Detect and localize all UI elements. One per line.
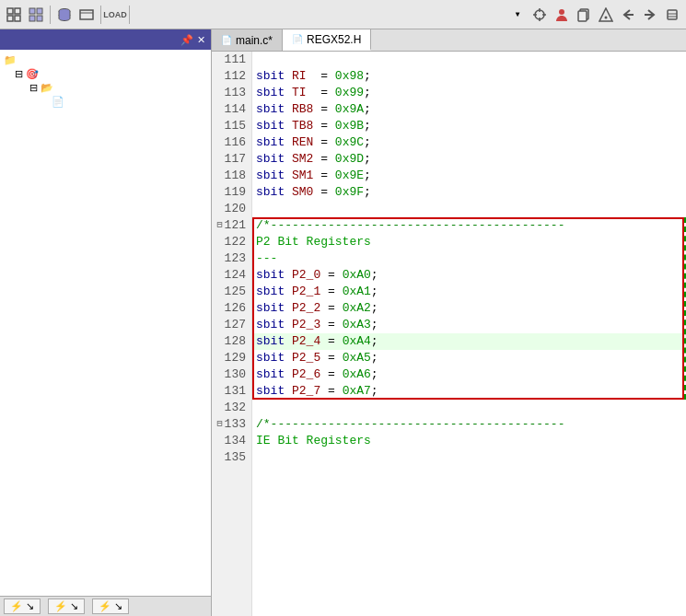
sidebar-header: 📌 ✕ xyxy=(0,29,211,50)
toolbar-right-icons: ▾ xyxy=(507,5,682,25)
code-content[interactable]: sbit RI = 0x98; sbit TI = 0x99; sbit RB8… xyxy=(252,52,686,466)
sidebar-tab-1-label: ⚡ xyxy=(10,600,23,612)
code-line-124: sbit P2_0 = 0xA0; xyxy=(252,267,686,284)
svg-point-20 xyxy=(605,16,608,18)
ln-114: 114 xyxy=(212,101,251,118)
svg-rect-0 xyxy=(7,8,13,14)
code-line-129: sbit P2_5 = 0xA5; xyxy=(252,350,686,366)
val-118: 0x9E xyxy=(335,168,364,184)
toolbar-icon-dropdown[interactable]: ▾ xyxy=(507,5,528,25)
code-editor[interactable]: 111 112 113 114 115 116 117 118 119 120 … xyxy=(212,52,686,616)
tree-target[interactable]: ⊟ 🎯 xyxy=(0,67,211,81)
kw-124: sbit xyxy=(256,267,292,284)
reg-112: RI xyxy=(292,68,313,85)
toolbar-icon-group: LOAD xyxy=(4,5,132,25)
svg-rect-23 xyxy=(668,10,677,19)
tab-main-c-label: main.c* xyxy=(236,34,273,47)
ln-121: ⊟121 xyxy=(212,217,251,234)
code-line-120 xyxy=(252,201,686,217)
svg-rect-9 xyxy=(80,10,93,19)
kw-116: sbit xyxy=(256,134,292,151)
target-collapse-icon: ⊟ xyxy=(15,68,23,80)
reg-113: TI xyxy=(292,85,313,101)
file-icon: 📄 xyxy=(52,96,64,108)
source-group-collapse-icon: ⊟ xyxy=(29,82,38,94)
ln-135: 135 xyxy=(212,449,251,466)
toolbar-icon-load[interactable]: LOAD xyxy=(105,5,125,25)
val-113: 0x99 xyxy=(335,85,364,101)
toolbar-icon-target[interactable] xyxy=(596,5,616,25)
svg-rect-4 xyxy=(29,8,35,14)
kw-128: sbit xyxy=(256,333,292,350)
kw-130: sbit xyxy=(256,366,292,383)
reg-128: P2_4 xyxy=(292,333,320,350)
svg-rect-2 xyxy=(7,16,13,21)
reg-118: SM1 xyxy=(292,168,313,184)
reg-131: P2_7 xyxy=(292,383,320,400)
sidebar-header-icons: 📌 ✕ xyxy=(180,34,205,46)
reg-116: REN xyxy=(292,134,313,151)
toolbar-icon-2[interactable] xyxy=(26,5,46,25)
project-icon: 📁 xyxy=(4,54,17,66)
code-line-118: sbit SM1 = 0x9E; xyxy=(252,168,686,184)
kw-117: sbit xyxy=(256,151,292,168)
kw-114: sbit xyxy=(256,101,292,118)
ln-133: ⊟133 xyxy=(212,416,251,433)
sidebar-tree: 📁 ⊟ 🎯 ⊟ 📂 📄 xyxy=(0,50,211,596)
toolbar-sep-1 xyxy=(50,6,51,24)
code-line-114: sbit RB8 = 0x9A; xyxy=(252,101,686,118)
toolbar-icon-3[interactable] xyxy=(76,5,97,25)
ln-130: 130 xyxy=(212,366,251,383)
code-line-117: sbit SM2 = 0x9D; xyxy=(252,151,686,168)
svg-marker-19 xyxy=(599,8,612,21)
ln-124: 124 xyxy=(212,267,251,284)
toolbar-icon-copy[interactable] xyxy=(574,5,594,25)
toolbar-icon-arrow-back[interactable] xyxy=(618,5,638,25)
folder-icon: 📂 xyxy=(41,82,53,94)
reg-129: P2_5 xyxy=(292,350,320,366)
sidebar-tab-1[interactable]: ⚡ ↘ xyxy=(4,599,41,614)
collapse-marker-121[interactable]: ⊟ xyxy=(217,217,223,234)
sidebar-pin-icon[interactable]: 📌 xyxy=(180,34,193,46)
toolbar-icon-1[interactable] xyxy=(4,5,24,25)
toolbar-icon-crosshair[interactable] xyxy=(529,5,550,25)
toolbar-icon-arrow-forward[interactable] xyxy=(640,5,660,25)
toolbar-icon-database[interactable] xyxy=(54,5,75,25)
sidebar-tab-2[interactable]: ⚡ ↘ xyxy=(48,599,85,614)
svg-point-16 xyxy=(559,9,564,15)
tree-source-group[interactable]: ⊟ 📂 xyxy=(0,81,211,95)
ln-113: 113 xyxy=(212,85,251,101)
reg-117: SM2 xyxy=(292,151,313,168)
reg-119: SM0 xyxy=(292,184,313,201)
toolbar-icon-person[interactable] xyxy=(552,5,572,25)
sidebar-tab-2-arrow: ↘ xyxy=(70,600,78,612)
val-128: 0xA4 xyxy=(343,333,371,350)
target-icon: 🎯 xyxy=(26,68,39,80)
ln-112: 112 xyxy=(212,68,251,85)
reg-130: P2_6 xyxy=(292,366,320,383)
sidebar-close-icon[interactable]: ✕ xyxy=(197,34,205,46)
tree-project[interactable]: 📁 xyxy=(0,53,211,67)
ln-119: 119 xyxy=(212,184,251,201)
reg-127: P2_3 xyxy=(292,317,320,333)
reg-124: P2_0 xyxy=(292,267,320,284)
code-line-128: sbit P2_4 = 0xA4; xyxy=(252,333,686,350)
code-line-121: /*--------------------------------------… xyxy=(252,217,686,234)
sidebar-tab-2-label: ⚡ xyxy=(54,600,67,612)
ln-116: 116 xyxy=(212,134,251,151)
ln-126: 126 xyxy=(212,300,251,317)
line-numbers: 111 112 113 114 115 116 117 118 119 120 … xyxy=(212,52,252,616)
svg-rect-7 xyxy=(37,16,42,21)
code-line-122: P2 Bit Registers xyxy=(252,234,686,250)
collapse-marker-133[interactable]: ⊟ xyxy=(217,416,223,433)
val-116: 0x9C xyxy=(335,134,364,151)
toolbar-icon-settings[interactable] xyxy=(662,5,682,25)
tab-main-c[interactable]: 📄 main.c* xyxy=(212,29,283,51)
editor-area: 📄 main.c* 📄 REGX52.H 111 112 113 114 115… xyxy=(212,29,686,616)
sidebar-tab-3[interactable]: ⚡ ↘ xyxy=(92,599,129,614)
tree-main-c[interactable]: 📄 xyxy=(0,95,211,109)
val-130: 0xA6 xyxy=(343,366,371,383)
sidebar-bottom: ⚡ ↘ ⚡ ↘ ⚡ ↘ xyxy=(0,596,211,616)
val-119: 0x9F xyxy=(335,184,364,201)
tab-regx52[interactable]: 📄 REGX52.H xyxy=(283,29,371,51)
